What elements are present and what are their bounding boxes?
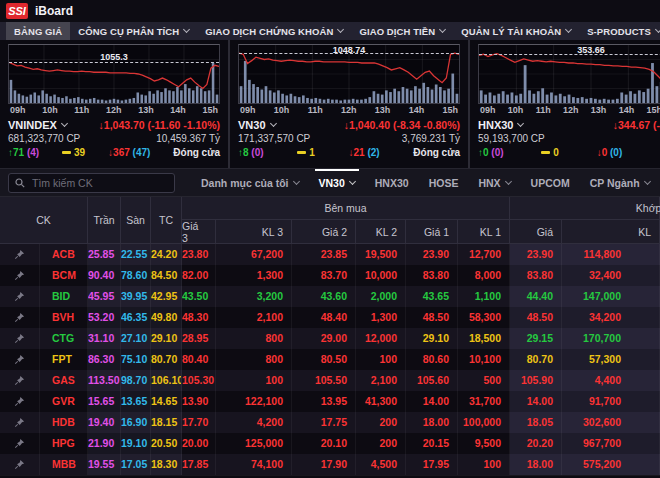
bid-price-1-cell[interactable]: 20.15 [406,433,458,454]
bid-volume-2-cell[interactable]: 2,100 [356,370,406,391]
bid-volume-2-cell[interactable]: 200 [356,433,406,454]
bid-price-2-cell[interactable]: 17.75 [292,412,356,433]
ceiling-price-cell[interactable]: 15.65 [88,391,121,412]
reference-price-cell[interactable]: 106.10 [151,370,182,391]
bid-volume-3-cell[interactable]: 800 [216,328,292,349]
bid-volume-3-cell[interactable]: 74,100 [216,454,292,475]
floor-price-cell[interactable]: 16.90 [121,412,151,433]
matched-price-cell[interactable]: 18.00 [510,454,562,475]
matched-price-cell[interactable]: 14.00 [510,391,562,412]
pin-cell[interactable] [0,349,40,370]
table-row[interactable]: HDB 19.40 16.90 18.15 17.70 4,200 17.75 … [0,412,660,433]
ceiling-price-cell[interactable]: 19.55 [88,454,121,475]
ssi-logo[interactable]: SSI [6,3,28,19]
bid-volume-3-cell[interactable]: 122,100 [216,391,292,412]
symbol-cell[interactable]: HDB [40,412,88,433]
floor-price-cell[interactable]: 22.55 [121,244,151,265]
nav-item[interactable]: S-PRODUCTS [579,22,660,40]
reference-price-cell[interactable]: 42.95 [151,286,182,307]
matched-price-cell[interactable]: 80.70 [510,349,562,370]
reference-price-cell[interactable]: 84.50 [151,265,182,286]
bid-volume-2-cell[interactable]: 4,500 [356,454,406,475]
bid-volume-3-cell[interactable]: 4,200 [216,412,292,433]
nav-item[interactable]: GIAO DỊCH CHỨNG KHOÁN [197,22,351,40]
bid-volume-1-cell[interactable]: 18,500 [458,328,510,349]
pin-cell[interactable] [0,412,40,433]
bid-price-3-cell[interactable]: 80.40 [182,349,216,370]
bid-volume-1-cell[interactable]: 1,100 [458,286,510,307]
bid-volume-2-cell[interactable]: 12,000 [356,328,406,349]
matched-volume-cell[interactable]: 170,700 [562,328,660,349]
bid-volume-1-cell[interactable]: 100,000 [458,412,510,433]
matched-price-cell[interactable]: 20.20 [510,433,562,454]
column-header-symbol[interactable]: CK [0,197,88,244]
table-row[interactable]: GVR 15.65 13.65 14.65 13.90 122,100 13.9… [0,391,660,412]
reference-price-cell[interactable]: 14.65 [151,391,182,412]
matched-volume-cell[interactable]: 575,200 [562,454,660,475]
table-row[interactable]: GAS 113.50 98.70 106.10 105.30 100 105.5… [0,370,660,391]
bid-volume-1-cell[interactable]: 12,700 [458,244,510,265]
bid-volume-2-cell[interactable]: 19,500 [356,244,406,265]
pin-cell[interactable] [0,454,40,475]
bid-price-1-cell[interactable]: 105.60 [406,370,458,391]
bid-volume-2-cell[interactable]: 100 [356,349,406,370]
bid-volume-1-cell[interactable]: 500 [458,370,510,391]
matched-volume-cell[interactable]: 114,800 [562,244,660,265]
bid-price-3-cell[interactable]: 82.00 [182,265,216,286]
table-row[interactable]: FPT 86.30 75.10 80.70 80.40 800 80.50 10… [0,349,660,370]
pin-cell[interactable] [0,391,40,412]
floor-price-cell[interactable]: 98.70 [121,370,151,391]
bid-price-1-cell[interactable]: 83.80 [406,265,458,286]
symbol-cell[interactable]: BID [40,286,88,307]
bid-price-3-cell[interactable]: 20.00 [182,433,216,454]
bid-price-2-cell[interactable]: 17.90 [292,454,356,475]
symbol-cell[interactable]: GAS [40,370,88,391]
ceiling-price-cell[interactable]: 113.50 [88,370,121,391]
watchlist-tab[interactable]: VN30 [311,169,363,196]
bid-volume-2-cell[interactable]: 1,300 [356,307,406,328]
matched-price-cell[interactable]: 18.05 [510,412,562,433]
bid-price-1-cell[interactable]: 29.10 [406,328,458,349]
symbol-cell[interactable]: BCM [40,265,88,286]
table-row[interactable]: BVH 53.20 46.35 49.80 48.30 2,100 48.40 … [0,307,660,328]
ceiling-price-cell[interactable]: 86.30 [88,349,121,370]
bid-price-3-cell[interactable]: 17.70 [182,412,216,433]
floor-price-cell[interactable]: 13.65 [121,391,151,412]
matched-volume-cell[interactable]: 91,700 [562,391,660,412]
watchlist-tab[interactable]: HOSE [421,169,467,196]
floor-price-cell[interactable]: 39.95 [121,286,151,307]
table-row[interactable]: MBB 19.55 17.05 18.30 17.85 74,100 17.90… [0,454,660,475]
nav-item[interactable]: GIAO DỊCH TIỀN [351,22,453,40]
floor-price-cell[interactable]: 75.10 [121,349,151,370]
bid-volume-1-cell[interactable]: 58,300 [458,307,510,328]
bid-volume-2-cell[interactable]: 2,000 [356,286,406,307]
table-row[interactable]: HPG 21.90 19.10 20.50 20.00 125,000 20.1… [0,433,660,454]
bid-price-3-cell[interactable]: 17.85 [182,454,216,475]
reference-price-cell[interactable]: 24.20 [151,244,182,265]
bid-price-3-cell[interactable]: 23.80 [182,244,216,265]
index-chart[interactable]: 1055.3 [8,44,220,104]
floor-price-cell[interactable]: 27.10 [121,328,151,349]
bid-volume-3-cell[interactable]: 100 [216,370,292,391]
watchlist-tab[interactable]: HNX [470,169,518,196]
matched-volume-cell[interactable]: 302,600 [562,412,660,433]
symbol-cell[interactable]: GVR [40,391,88,412]
column-header-floor[interactable]: Sàn [121,197,151,244]
bid-volume-3-cell[interactable]: 1,300 [216,265,292,286]
ceiling-price-cell[interactable]: 31.10 [88,328,121,349]
matched-volume-cell[interactable]: 147,000 [562,286,660,307]
pin-cell[interactable] [0,286,40,307]
column-header-ceiling[interactable]: Trần [88,197,121,244]
table-row[interactable]: CTG 31.10 27.10 29.10 28.95 800 29.00 12… [0,328,660,349]
bid-volume-3-cell[interactable]: 800 [216,349,292,370]
bid-price-2-cell[interactable]: 105.50 [292,370,356,391]
index-chart[interactable]: 353.66 [478,44,660,104]
bid-price-1-cell[interactable]: 23.90 [406,244,458,265]
bid-price-3-cell[interactable]: 105.30 [182,370,216,391]
column-header-vol2[interactable]: KL 2 [356,220,406,244]
ceiling-price-cell[interactable]: 53.20 [88,307,121,328]
symbol-cell[interactable]: HPG [40,433,88,454]
pin-cell[interactable] [0,307,40,328]
floor-price-cell[interactable]: 46.35 [121,307,151,328]
pin-cell[interactable] [0,328,40,349]
